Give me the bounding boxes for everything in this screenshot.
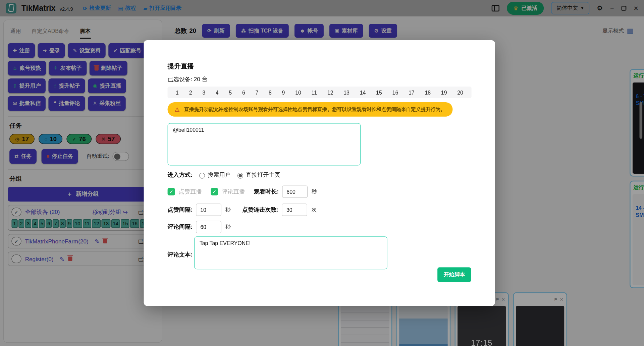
device-number[interactable]: 2: [189, 89, 192, 95]
comment-interval-label: 评论间隔:: [168, 223, 193, 231]
device-number[interactable]: 9: [282, 89, 285, 95]
comment-interval-input[interactable]: [196, 221, 221, 233]
target-user-textarea[interactable]: @bell100011: [168, 123, 361, 165]
device-number[interactable]: 16: [392, 89, 398, 95]
device-number[interactable]: 11: [312, 89, 317, 95]
device-number[interactable]: 6: [242, 89, 245, 95]
device-number[interactable]: 7: [255, 89, 258, 95]
selected-devices-label: 已选设备: 20 台: [168, 76, 471, 83]
entry-method-options: 搜索用户 直接打开主页: [193, 171, 280, 179]
like-combo-unit: 次: [312, 206, 317, 214]
like-combo-input[interactable]: [282, 204, 307, 216]
selected-device-numbers: 1234567891011121314151617181920: [168, 86, 472, 98]
comment-live-label: 评论直播: [222, 188, 245, 195]
device-number[interactable]: 14: [360, 89, 366, 95]
comment-text-block: 评论文本: Tap Tap EVERYONE!: [168, 236, 471, 269]
like-live-label: 点赞直播: [179, 188, 202, 195]
entry-method-label: 进入方式:: [168, 171, 193, 179]
device-number[interactable]: 1: [176, 89, 179, 95]
device-number[interactable]: 20: [457, 89, 463, 95]
radio-button[interactable]: [199, 173, 205, 179]
like-combo-label: 点赞连击次数:: [242, 206, 279, 214]
device-number[interactable]: 4: [216, 89, 219, 95]
device-number[interactable]: 13: [343, 89, 350, 95]
comment-interval-row: 评论间隔: 秒: [168, 221, 471, 233]
radio-label: 搜索用户: [208, 171, 231, 179]
like-interval-label: 点赞间隔:: [168, 206, 193, 214]
radio-button[interactable]: [237, 173, 243, 179]
comment-text-label: 评论文本:: [168, 251, 193, 258]
entry-option: 直接打开主页: [231, 171, 280, 179]
device-number[interactable]: 19: [441, 89, 447, 95]
watch-duration-unit: 秒: [312, 188, 317, 195]
device-number[interactable]: 12: [327, 89, 333, 95]
watch-duration-input[interactable]: [282, 185, 308, 198]
device-number[interactable]: 17: [409, 89, 415, 95]
app-stage: TikMatrix v2.4.9 ⟳ 检查更新 ▤ 教程 ▰ 打开应用目录: [0, 0, 644, 346]
warning-banner: ⚠ 直播提升功能允许您控制农场账号观看并可选择性地点赞目标直播。您可以设置观看时…: [168, 102, 452, 117]
like-live-checkbox[interactable]: ✓: [168, 188, 175, 195]
boost-live-modal: 提升直播 已选设备: 20 台 123456789101112131415161…: [144, 40, 495, 306]
device-number[interactable]: 15: [376, 89, 382, 95]
device-number[interactable]: 18: [425, 89, 431, 95]
radio-label: 直接打开主页: [246, 171, 280, 179]
warning-triangle-icon: ⚠: [174, 106, 179, 113]
like-interval-row: 点赞间隔: 秒 点赞连击次数: 次: [168, 204, 471, 216]
device-number[interactable]: 3: [202, 89, 205, 95]
like-interval-unit: 秒: [225, 206, 231, 214]
entry-option: 搜索用户: [193, 171, 231, 179]
like-interval-input[interactable]: [196, 204, 221, 216]
comment-text-textarea[interactable]: Tap Tap EVERYONE!: [194, 236, 387, 269]
watch-duration-label: 观看时长:: [254, 188, 279, 195]
modal-title: 提升直播: [168, 62, 471, 71]
device-number[interactable]: 5: [229, 89, 232, 95]
start-script-button[interactable]: 开始脚本: [437, 267, 471, 282]
comment-interval-unit: 秒: [225, 223, 231, 231]
comment-live-checkbox[interactable]: ✓: [211, 188, 218, 195]
device-number[interactable]: 8: [269, 89, 272, 95]
live-options-row: ✓ 点赞直播 ✓ 评论直播 观看时长: 秒: [168, 185, 471, 198]
app-window: TikMatrix v2.4.9 ⟳ 检查更新 ▤ 教程 ▰ 打开应用目录: [0, 0, 644, 346]
entry-method-row: 进入方式: 搜索用户 直接打开主页: [168, 171, 471, 179]
warning-text: 直播提升功能允许您控制农场账号观看并可选择性地点赞目标直播。您可以设置观看时长和…: [184, 106, 445, 113]
device-number[interactable]: 10: [295, 89, 301, 95]
